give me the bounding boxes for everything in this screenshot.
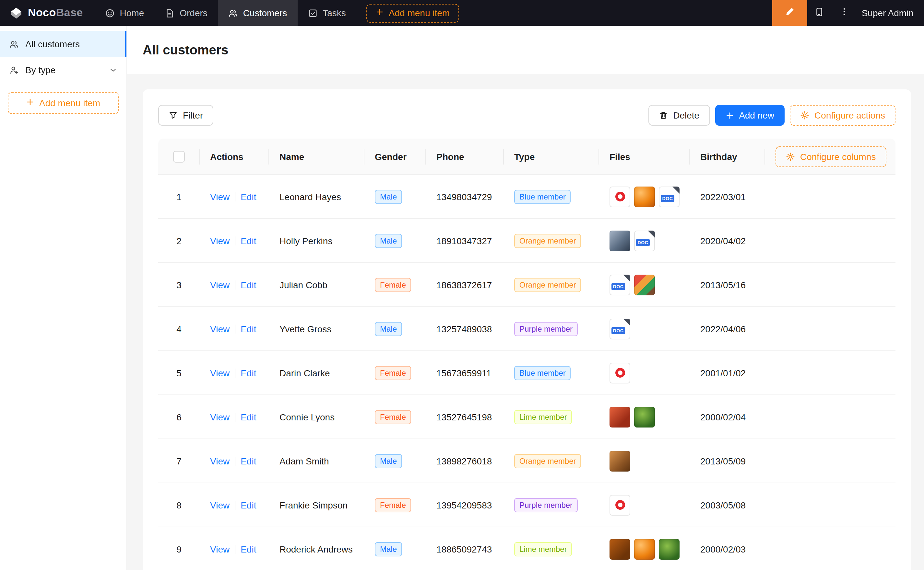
row-index-cell: 2 [158, 219, 200, 263]
configure-columns-header-cell: Configure columns [765, 139, 895, 175]
view-link[interactable]: View [210, 544, 229, 554]
nocobase-logo[interactable]: NocoBase [0, 6, 95, 20]
edit-link[interactable]: Edit [241, 368, 256, 378]
action-divider [235, 324, 235, 333]
gender-cell: Male [364, 307, 426, 351]
sidebar-add-menu-item-label: Add menu item [39, 98, 100, 108]
doc-file-thumbnail[interactable]: DOC [634, 230, 655, 251]
edit-link[interactable]: Edit [241, 544, 256, 554]
view-link[interactable]: View [210, 456, 229, 466]
edit-link[interactable]: Edit [241, 192, 256, 202]
check-square-icon [307, 8, 317, 18]
empty-cell [765, 175, 895, 219]
name-cell: Adam Smith [269, 439, 364, 483]
pdf-file-thumbnail[interactable] [609, 495, 630, 515]
toolbar-right-group: Delete Add new Configure actions [649, 105, 895, 126]
row-actions-cell: ViewEdit [200, 527, 269, 570]
view-link[interactable]: View [210, 236, 229, 246]
view-link[interactable]: View [210, 368, 229, 378]
image-file-thumbnail[interactable] [609, 450, 630, 471]
phone-cell: 15673659911 [426, 351, 504, 395]
doc-icon: DOC [612, 283, 625, 290]
add-new-button[interactable]: Add new [715, 105, 785, 126]
pdf-file-thumbnail[interactable] [609, 186, 630, 207]
edit-link[interactable]: Edit [241, 412, 256, 422]
table-row: 6 ViewEdit Connie Lyons Female 135276451… [158, 395, 895, 439]
nav-item-label: Home [120, 8, 144, 18]
gender-cell: Female [364, 483, 426, 527]
image-file-thumbnail[interactable] [609, 539, 630, 559]
nav-item-customers[interactable]: Customers [218, 0, 297, 26]
image-file-thumbnail[interactable] [609, 230, 630, 251]
trash-icon [659, 111, 668, 120]
more-actions-button[interactable] [832, 0, 856, 26]
type-cell: Blue member [504, 175, 599, 219]
empty-cell [765, 219, 895, 263]
select-all-checkbox[interactable] [173, 150, 185, 162]
configure-actions-button[interactable]: Configure actions [790, 105, 895, 126]
sidebar-item-all-customers[interactable]: All customers [0, 31, 126, 57]
edit-link[interactable]: Edit [241, 456, 256, 466]
sidebar-item-by-type[interactable]: By type [0, 57, 126, 83]
gender-cell: Male [364, 175, 426, 219]
doc-icon: DOC [636, 239, 650, 246]
member-type-tag: Purple member [514, 498, 578, 512]
edit-link[interactable]: Edit [241, 279, 256, 290]
edit-link[interactable]: Edit [241, 500, 256, 510]
gender-tag: Male [375, 190, 402, 204]
doc-file-thumbnail[interactable]: DOC [609, 318, 630, 339]
doc-file-thumbnail[interactable]: DOC [659, 186, 680, 207]
pen-icon [785, 6, 795, 20]
files-cell [599, 439, 690, 483]
row-actions-cell: ViewEdit [200, 307, 269, 351]
logo-text-bold: Noco [28, 6, 56, 19]
phone-cell: 18865092743 [426, 527, 504, 570]
image-file-thumbnail[interactable] [609, 406, 630, 427]
view-link[interactable]: View [210, 412, 229, 422]
topbar-add-menu-item-button[interactable]: Add menu item [367, 3, 459, 22]
configure-columns-button[interactable]: Configure columns [775, 146, 886, 167]
column-header-phone: Phone [426, 139, 504, 175]
pdf-file-thumbnail[interactable] [609, 362, 630, 383]
mobile-view-button[interactable] [807, 0, 832, 26]
action-divider [235, 192, 235, 201]
page-header: All customers [127, 26, 924, 74]
edit-link[interactable]: Edit [241, 236, 256, 246]
image-file-thumbnail[interactable] [634, 274, 655, 295]
empty-cell [765, 439, 895, 483]
image-file-thumbnail[interactable] [634, 406, 655, 427]
view-link[interactable]: View [210, 192, 229, 202]
nav-item-tasks[interactable]: Tasks [297, 0, 356, 26]
user-switch-icon [9, 65, 19, 75]
filter-button[interactable]: Filter [158, 105, 213, 126]
view-link[interactable]: View [210, 279, 229, 290]
team-icon [228, 8, 238, 18]
empty-cell [765, 483, 895, 527]
plus-icon [376, 8, 384, 18]
image-file-thumbnail[interactable] [659, 539, 680, 559]
nav-item-orders[interactable]: Orders [154, 0, 218, 26]
image-file-thumbnail[interactable] [634, 539, 655, 559]
image-file-thumbnail[interactable] [634, 186, 655, 207]
type-cell: Orange member [504, 263, 599, 307]
files-cell [599, 351, 690, 395]
gender-tag: Male [375, 542, 402, 556]
chevron-down-icon [109, 66, 117, 74]
sidebar-add-menu-item-button[interactable]: Add menu item [8, 92, 119, 114]
view-link[interactable]: View [210, 500, 229, 510]
doc-file-thumbnail[interactable]: DOC [609, 274, 630, 295]
current-user-menu[interactable]: Super Admin [856, 8, 924, 18]
name-cell: Roderick Andrews [269, 527, 364, 570]
row-actions-cell: ViewEdit [200, 219, 269, 263]
delete-button[interactable]: Delete [649, 105, 710, 126]
column-header-type: Type [504, 139, 599, 175]
birthday-cell: 2000/02/03 [690, 527, 765, 570]
birthday-cell: 2013/05/09 [690, 439, 765, 483]
ui-editor-button[interactable] [772, 0, 807, 26]
row-actions-cell: ViewEdit [200, 263, 269, 307]
view-link[interactable]: View [210, 323, 229, 334]
nav-item-home[interactable]: Home [95, 0, 155, 26]
edit-link[interactable]: Edit [241, 323, 256, 334]
row-index-cell: 6 [158, 395, 200, 439]
birthday-cell: 2020/04/02 [690, 219, 765, 263]
